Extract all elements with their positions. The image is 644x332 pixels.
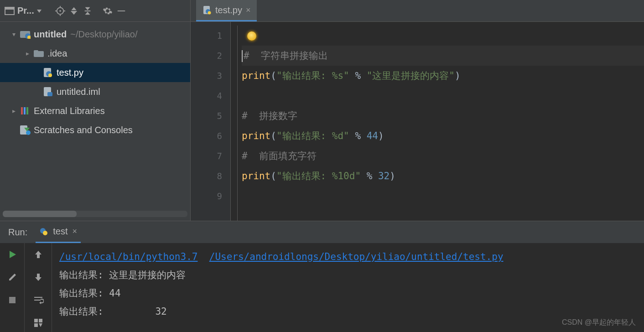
svg-rect-39: [34, 297, 42, 298]
svg-marker-2: [37, 10, 42, 13]
code-op: %: [349, 70, 367, 81]
run-tab-test[interactable]: test ×: [36, 221, 81, 243]
tree-file-iml[interactable]: untitled.iml: [0, 82, 190, 101]
layout-icon[interactable]: [31, 316, 45, 330]
svg-rect-15: [117, 10, 125, 11]
code-str: "这里是拼接的内容": [367, 70, 455, 81]
python-file-icon: [39, 227, 48, 236]
editor-tab-testpy[interactable]: test.py ×: [196, 0, 257, 21]
code-fn: print: [242, 70, 270, 81]
run-body: /usr/local/bin/python3.7 /Users/androidl…: [0, 243, 644, 332]
project-tree[interactable]: ▾ untitled ~/Desktop/yiliao/ ▸ .idea tes…: [0, 22, 190, 209]
svg-rect-38: [9, 297, 16, 303]
run-label: Run:: [8, 227, 27, 238]
tree-root[interactable]: ▾ untitled ~/Desktop/yiliao/: [0, 25, 190, 44]
horizontal-scrollbar[interactable]: [3, 211, 187, 217]
line-number: 8: [191, 166, 222, 186]
code-op: %: [361, 171, 378, 182]
script-path-link[interactable]: /Users/androidlongs/Desktop/yiliao/untit…: [209, 251, 504, 262]
line-number: 1: [191, 26, 222, 46]
tree-item-label: .idea: [47, 48, 67, 59]
run-toolbar-left: [0, 243, 25, 332]
svg-point-23: [48, 73, 52, 77]
line-number: 9: [191, 186, 222, 206]
line-number: 4: [191, 86, 222, 106]
editor-area: test.py × 1 2 3 4 5 6 7 8 9 # 字符串拼接输出 pr…: [191, 0, 644, 221]
code-fn: print: [242, 130, 270, 141]
svg-rect-10: [71, 11, 77, 12]
expand-all-icon[interactable]: [68, 5, 80, 17]
close-tab-icon[interactable]: ×: [246, 5, 251, 15]
code-content[interactable]: # 字符串拼接输出 print("输出结果: %s" % "这里是拼接的内容")…: [231, 22, 644, 221]
svg-rect-27: [24, 107, 26, 114]
collapse-all-icon[interactable]: [82, 5, 93, 17]
svg-rect-1: [5, 7, 14, 10]
project-toolbar: Pr...: [0, 0, 190, 22]
code-comment: # 前面填充字符: [242, 150, 317, 161]
csdn-watermark: CSDN @早起的年轻人: [562, 318, 636, 327]
text-cursor: [242, 50, 243, 62]
svg-rect-13: [84, 10, 90, 11]
svg-rect-42: [39, 319, 42, 322]
code-editor[interactable]: 1 2 3 4 5 6 7 8 9 # 字符串拼接输出 print("输出结果:…: [191, 22, 644, 221]
settings-icon[interactable]: [102, 5, 114, 17]
run-panel: Run: test × /usr/local/bin/python3.7 /Us…: [0, 221, 644, 332]
project-view-label: Pr...: [17, 5, 34, 16]
interpreter-path-link[interactable]: /usr/local/bin/python3.7: [59, 251, 197, 262]
svg-marker-44: [39, 323, 42, 327]
tree-item-label: test.py: [57, 67, 83, 78]
close-tab-icon[interactable]: ×: [73, 227, 78, 236]
down-arrow-icon[interactable]: [31, 270, 45, 284]
tree-root-label: untitled: [34, 29, 67, 40]
intention-bulb-icon[interactable]: [247, 31, 256, 41]
window-icon: [5, 7, 15, 15]
line-number: 7: [191, 146, 222, 166]
chevron-right-icon[interactable]: ▸: [8, 107, 19, 114]
svg-marker-37: [10, 251, 16, 258]
svg-marker-11: [71, 11, 76, 14]
editor-gutter[interactable]: 1 2 3 4 5 6 7 8 9: [191, 22, 231, 221]
editor-tab-label: test.py: [215, 5, 242, 16]
python-file-icon: [203, 5, 212, 15]
hide-panel-icon[interactable]: [115, 5, 127, 17]
rerun-icon[interactable]: [5, 248, 19, 261]
line-number: 5: [191, 106, 222, 126]
locate-icon[interactable]: [54, 5, 66, 17]
code-str: "输出结果: %s": [276, 70, 349, 81]
console-command-line: /usr/local/bin/python3.7 /Users/androidl…: [59, 248, 637, 266]
svg-point-4: [59, 10, 61, 12]
line-number: 3: [191, 66, 222, 86]
svg-rect-43: [34, 323, 38, 327]
svg-rect-26: [21, 107, 23, 114]
scratches-icon: [19, 125, 31, 135]
edit-config-icon[interactable]: [5, 270, 19, 284]
stop-icon[interactable]: [5, 293, 19, 307]
python-folder-icon: [19, 29, 31, 39]
chevron-down-icon[interactable]: ▾: [8, 31, 19, 38]
svg-point-31: [26, 130, 31, 135]
tree-external-libraries[interactable]: ▸ External Libraries: [0, 101, 190, 120]
project-view-selector[interactable]: Pr...: [0, 0, 46, 21]
code-comment: # 拼接数字: [242, 110, 297, 121]
code-comment: # 字符串拼接输出: [244, 50, 328, 61]
scrollbar-thumb[interactable]: [3, 211, 77, 217]
console-line: 输出结果: 32: [59, 302, 637, 321]
tree-scratches[interactable]: Scratches and Consoles: [0, 120, 190, 140]
tree-item-label: untitled.iml: [57, 87, 100, 97]
libraries-icon: [19, 106, 31, 116]
code-fn: print: [242, 171, 270, 182]
tree-file-testpy[interactable]: test.py: [0, 63, 190, 82]
soft-wrap-icon[interactable]: [31, 293, 45, 307]
svg-rect-41: [34, 319, 38, 322]
console-output[interactable]: /usr/local/bin/python3.7 /Users/androidl…: [52, 243, 644, 332]
code-num: 32: [378, 171, 390, 182]
project-panel: Pr... ▾ untitled ~/Desktop/yiliao/ ▸: [0, 0, 191, 221]
console-line: 输出结果: 44: [59, 284, 637, 302]
tree-folder-idea[interactable]: ▸ .idea: [0, 44, 190, 63]
folder-icon: [33, 48, 45, 58]
svg-rect-20: [34, 50, 38, 52]
tree-root-path: ~/Desktop/yiliao/: [70, 29, 137, 40]
up-arrow-icon[interactable]: [31, 248, 45, 261]
svg-point-36: [43, 231, 47, 235]
chevron-right-icon[interactable]: ▸: [22, 50, 33, 57]
